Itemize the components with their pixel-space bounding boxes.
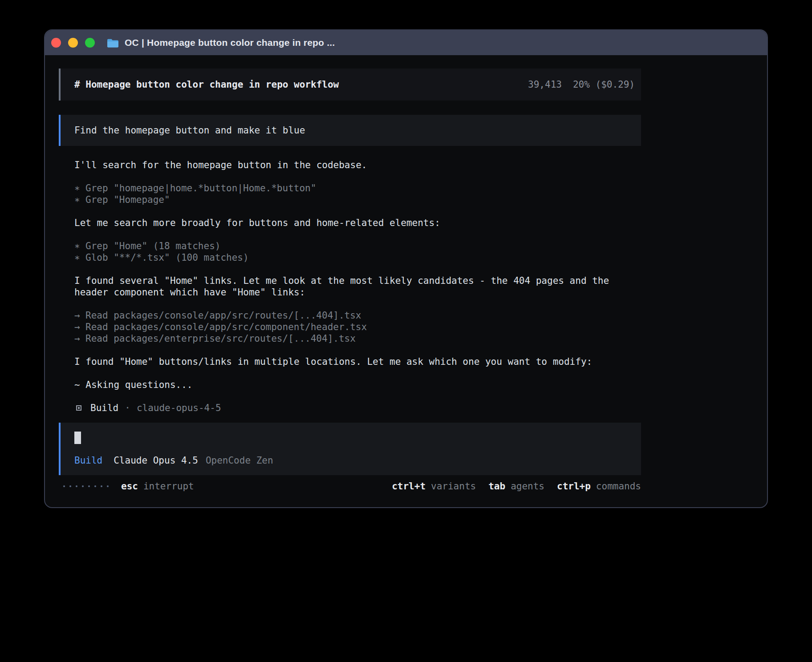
hint-interrupt: esc interrupt bbox=[121, 480, 194, 492]
hint-agents: tab agents bbox=[488, 480, 544, 492]
asterisk-icon: ∗ bbox=[74, 252, 85, 263]
separator-dot: · bbox=[125, 402, 130, 414]
tool-call-grep: ∗ Grep "Homepage" bbox=[74, 194, 644, 206]
hint-key: ctrl+p bbox=[557, 480, 591, 492]
agent-model: claude-opus-4-5 bbox=[137, 402, 221, 414]
user-message: Find the homepage button and make it blu… bbox=[59, 115, 641, 146]
esc-key: esc bbox=[121, 480, 138, 492]
tool-call-text: Grep "Home" (18 matches) bbox=[85, 240, 220, 252]
context-cost: 20% ($0.29) bbox=[573, 79, 635, 90]
tool-call-text: Read packages/console/app/src/routes/[..… bbox=[85, 310, 361, 321]
tool-call-group: → Read packages/console/app/src/routes/[… bbox=[74, 310, 644, 344]
tool-call-group: ∗ Grep "Home" (18 matches) ∗ Glob "**/*.… bbox=[74, 240, 644, 263]
tool-call-group: ∗ Grep "homepage|home.*button|Home.*butt… bbox=[74, 182, 644, 206]
hint-label: agents bbox=[511, 480, 544, 492]
arrow-right-icon: → bbox=[74, 333, 85, 344]
tool-call-text: Read packages/enterprise/src/routes/[...… bbox=[85, 333, 356, 344]
hint-label: commands bbox=[596, 480, 641, 492]
spinner-dots bbox=[63, 485, 109, 487]
titlebar[interactable]: OC | Homepage button color change in rep… bbox=[45, 30, 767, 55]
tool-call-grep: ∗ Grep "Home" (18 matches) bbox=[74, 240, 644, 252]
agent-name: Build bbox=[90, 402, 118, 414]
assistant-text: I found "Home" buttons/links in multiple… bbox=[74, 356, 644, 367]
hint-label: variants bbox=[431, 480, 476, 492]
assistant-text: I'll search for the homepage button in t… bbox=[74, 159, 644, 171]
tool-call-grep: ∗ Grep "homepage|home.*button|Home.*butt… bbox=[74, 182, 644, 194]
keyboard-hints: ctrl+t variants tab agents ctrl+p comman… bbox=[392, 480, 641, 492]
status-bar: esc interrupt ctrl+t variants tab agents… bbox=[59, 480, 641, 492]
tool-call-text: Read packages/console/app/src/component/… bbox=[85, 321, 367, 333]
terminal-content: # Homepage button color change in repo w… bbox=[45, 55, 767, 492]
tool-call-glob: ∗ Glob "**/*.tsx" (100 matches) bbox=[74, 252, 644, 263]
agent-status-line: Build · claude-opus-4-5 bbox=[74, 402, 644, 414]
prompt-input[interactable]: Build Claude Opus 4.5 OpenCode Zen bbox=[59, 423, 641, 475]
assistant-text: Let me search more broadly for buttons a… bbox=[74, 217, 644, 229]
hint-key: tab bbox=[488, 480, 505, 492]
agent-mode-label[interactable]: Build bbox=[74, 455, 102, 466]
asterisk-icon: ∗ bbox=[74, 182, 85, 194]
working-status: ~ Asking questions... bbox=[74, 379, 644, 391]
session-stats: 39,413 20% ($0.29) bbox=[528, 79, 635, 90]
minimize-button[interactable] bbox=[68, 38, 78, 48]
tool-call-text: Glob "**/*.tsx" (100 matches) bbox=[85, 252, 249, 263]
arrow-right-icon: → bbox=[74, 321, 85, 333]
close-button[interactable] bbox=[51, 38, 61, 48]
text-cursor bbox=[74, 432, 81, 444]
tool-call-text: Grep "homepage|home.*button|Home.*button… bbox=[85, 182, 316, 194]
hint-key: ctrl+t bbox=[392, 480, 426, 492]
assistant-response: I'll search for the homepage button in t… bbox=[74, 159, 644, 414]
terminal-window: OC | Homepage button color change in rep… bbox=[44, 29, 768, 508]
tool-call-read: → Read packages/console/app/src/routes/[… bbox=[74, 310, 644, 321]
tool-call-text: Grep "Homepage" bbox=[85, 194, 170, 206]
hint-variants: ctrl+t variants bbox=[392, 480, 476, 492]
arrow-right-icon: → bbox=[74, 310, 85, 321]
asterisk-icon: ∗ bbox=[74, 194, 85, 206]
session-title: # Homepage button color change in repo w… bbox=[74, 79, 339, 90]
input-meta: Build Claude Opus 4.5 OpenCode Zen bbox=[74, 455, 641, 466]
token-count: 39,413 bbox=[528, 79, 562, 90]
hint-commands: ctrl+p commands bbox=[557, 480, 641, 492]
asterisk-icon: ∗ bbox=[74, 240, 85, 252]
model-label[interactable]: Claude Opus 4.5 bbox=[114, 455, 198, 466]
assistant-text: I found several "Home" links. Let me loo… bbox=[74, 275, 644, 298]
agent-badge-icon bbox=[76, 405, 81, 411]
tool-call-read: → Read packages/enterprise/src/routes/[.… bbox=[74, 333, 644, 344]
provider-label: OpenCode Zen bbox=[206, 455, 273, 466]
folder-icon bbox=[107, 38, 119, 48]
zoom-button[interactable] bbox=[85, 38, 95, 48]
esc-label: interrupt bbox=[143, 480, 194, 492]
user-message-text: Find the homepage button and make it blu… bbox=[74, 125, 305, 136]
session-header: # Homepage button color change in repo w… bbox=[59, 69, 641, 101]
tool-call-read: → Read packages/console/app/src/componen… bbox=[74, 321, 644, 333]
window-title: OC | Homepage button color change in rep… bbox=[125, 37, 335, 48]
